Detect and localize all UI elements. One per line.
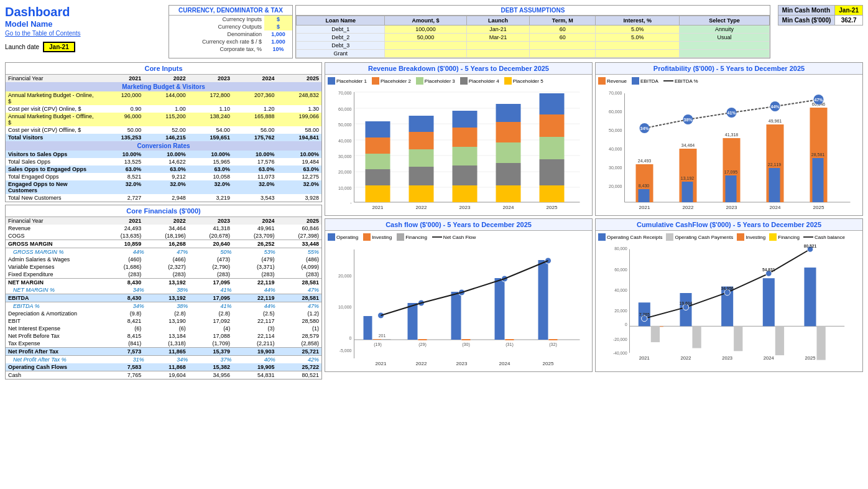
ebitda-bar [813,158,824,202]
bar-inv [462,339,471,340]
legend-label: Net Cash Flow [443,235,476,240]
row-val: 32.0% [186,181,230,193]
row-val: 17,095 [186,295,230,301]
row-val: 47% [144,249,188,255]
row-label: Total Sales Opps [8,159,97,165]
row-val: 10.00% [97,151,141,157]
cumulative-chart-container: Operating Cash Receipts Operating Cash P… [596,231,862,371]
legend-label: Placeholder 2 [381,78,411,84]
currency-section: CURRENCY, DENOMINATOR & TAX Currency Inp… [169,5,293,58]
svg-text:24,493: 24,493 [638,159,652,163]
fin-row-fixed: Fixed Expenditure (283) (283) (283) (283… [6,271,321,278]
row-val: 15,965 [186,159,230,165]
bar-inv [373,339,382,340]
bar-2021: 2021 [366,121,390,210]
row-label: EBITDA [8,295,97,301]
row-val: 13,190 [141,318,185,324]
legend-item: Cash balance [803,233,845,241]
table-row: Debt_1 100,000 Jan-21 60 5.0% Annuity [297,26,770,34]
legend-item: Financing [769,233,800,241]
svg-text:-20,000: -20,000 [613,337,627,342]
row-label: Variable Expenses [8,264,97,270]
svg-text:(19): (19) [374,342,381,347]
svg-text:2022: 2022 [416,361,427,366]
dashboard: Dashboard Model Name Go to the Table of … [0,0,868,384]
cashflow-svg-chart: 0 10,000 20,000 -5,000 7,583 (19) [328,243,589,368]
ebitda-bar [769,168,780,202]
row-label: NET MARGIN % [8,287,101,293]
svg-text:2023: 2023 [456,361,468,366]
profitability-chart-section: Profitability ($'000) - 5 Years to Decem… [595,62,863,216]
fin-row-revenue: Revenue 24,493 34,464 41,318 49,961 60,8… [6,225,321,232]
row-val: 9,212 [141,174,185,180]
row-label: COGS [8,233,97,239]
row-val: (2.8) [141,310,185,317]
row-val: 22,119 [230,279,274,286]
legend-label: Placeholder 3 [425,78,455,84]
row-label: Cash [8,372,97,378]
cashflow-chart-section: Cash flow ($'000) - 5 Years to December … [325,218,593,372]
svg-text:20,000: 20,000 [609,184,622,189]
row-label: Revenue [8,225,97,231]
legend-line [663,80,673,82]
debt-type: Usual [680,34,770,42]
currency-label: Currency Outputs [169,23,264,30]
row-val: (841) [97,340,141,347]
fin-fy-row: Financial Year 2021 2022 2023 2024 2025 [6,217,321,225]
toc-link[interactable]: Go to the Table of Contents [5,30,164,37]
legend-item: Investing [737,233,765,241]
legend-label: Operating Cash Receipts [607,235,662,240]
row-val: 63.0% [230,166,274,172]
table-header-row: Loan Name Amount, $ Launch Term, M Inter… [297,16,770,26]
header-section: Dashboard Model Name Go to the Table of … [5,5,863,58]
row-val: 1.10 [186,106,230,112]
cashflow-legend: Operating Investing Financing Net Cash F… [328,233,589,241]
row-label: Cost per visit (CPV) Online, $ [8,106,97,112]
svg-text:13,192: 13,192 [681,176,695,180]
table-row: Debt_3 [297,42,770,50]
conv-row-5: Engaged Opps to New Customers 32.0% 32.0… [6,180,321,194]
marketing-row-4: Cost per visit (CPV) Offline, $ 50.00 52… [6,126,321,134]
svg-rect-36 [496,185,521,202]
main-content: Core Inputs Financial Year 2021 2022 202… [5,62,863,380]
svg-text:80,521: 80,521 [804,244,817,249]
row-val: (3,371) [230,264,274,270]
svg-text:2024: 2024 [770,205,781,210]
debt-table: Loan Name Amount, $ Launch Term, M Inter… [296,16,770,58]
row-label: Net Profit After Tax [8,348,97,355]
svg-rect-27 [409,132,434,149]
svg-rect-43 [540,159,565,185]
row-val: 1.00 [141,106,185,112]
legend-item: Financing [397,233,427,241]
debt-loan-name: Grant [297,50,385,58]
row-val: 10,058 [186,174,230,180]
debt-amount: 100,000 [385,26,466,34]
row-val: 199,066 [275,113,319,126]
debt-launch [466,42,530,50]
svg-text:2024: 2024 [499,361,510,366]
legend-color [598,233,606,241]
row-val: 22,114 [230,333,274,339]
fin-row-npbt: Net Profit Before Tax 8,415 13,184 17,08… [6,332,321,340]
svg-text:34%: 34% [640,126,649,131]
row-val: 15,379 [186,348,230,355]
year-col: 2022 [141,75,185,82]
row-val: 34,956 [186,372,230,378]
col-header: Select Type [680,16,770,26]
row-val: 40% [231,356,275,363]
row-label: EBIT [8,318,97,324]
svg-text:60,000: 60,000 [338,107,352,111]
row-val: (1,709) [186,340,230,347]
svg-text:-5,000: -5,000 [339,348,352,353]
currency-label: Denomination [169,30,264,38]
conv-row-4: Total Engaged Opps 8,521 9,212 10,058 11… [6,173,321,180]
row-val: 28,580 [275,318,319,324]
legend-item: Placeholder 4 [460,77,499,85]
svg-rect-34 [453,111,478,128]
legend-item: Operating [328,233,358,241]
debt-interest: 5.0% [596,34,680,42]
legend-label: Investing [746,235,765,240]
svg-text:2021: 2021 [639,355,650,361]
debt-term [530,42,596,50]
row-val: 52.00 [141,127,185,133]
